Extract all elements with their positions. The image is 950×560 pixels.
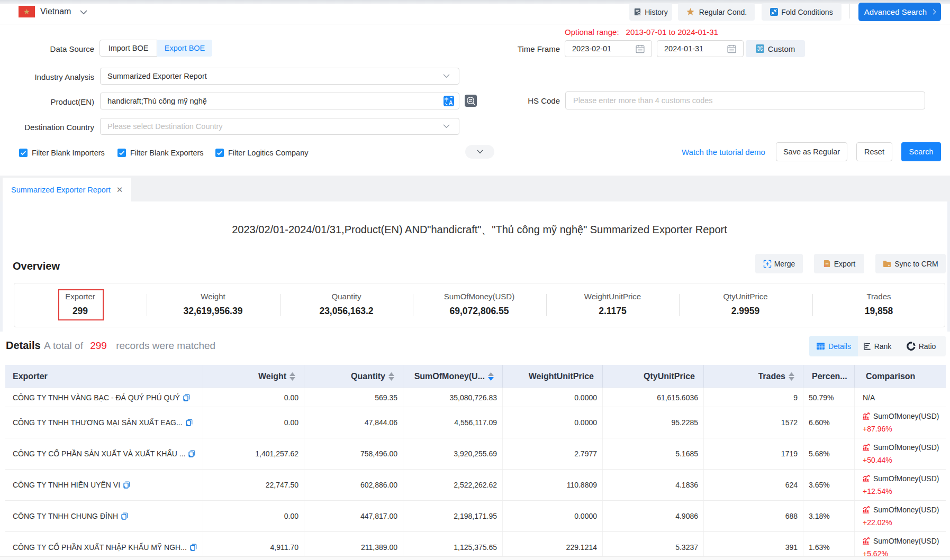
svg-text:⌘: ⌘ bbox=[757, 45, 763, 52]
svg-text:A: A bbox=[449, 100, 453, 106]
